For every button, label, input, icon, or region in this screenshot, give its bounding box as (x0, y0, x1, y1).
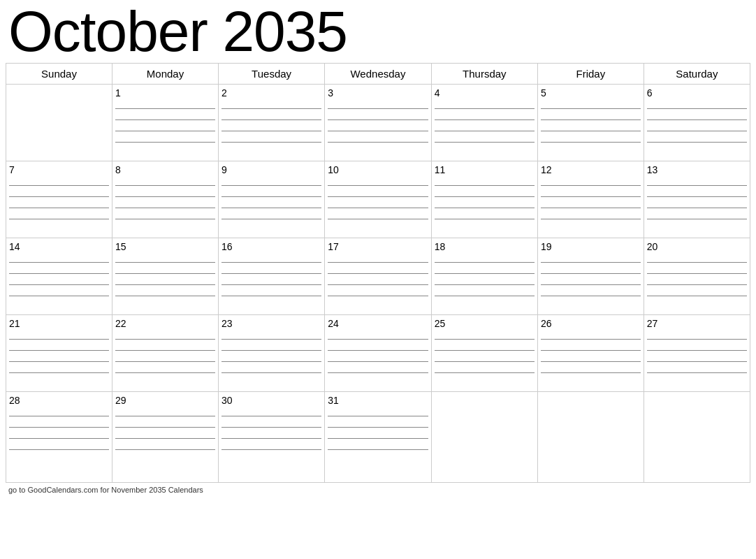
day-number-15: 15 (115, 241, 215, 252)
day-number-31: 31 (328, 395, 428, 406)
day-number-17: 17 (328, 241, 428, 252)
write-line (647, 196, 747, 197)
day-cell-22: 22 (112, 315, 219, 392)
write-line (221, 142, 321, 143)
day-number-19: 19 (541, 241, 641, 252)
day-cell-3: 3 (325, 85, 432, 161)
day-cell-15: 15 (112, 238, 219, 315)
write-line (328, 142, 428, 143)
lines-container-24 (328, 333, 428, 373)
day-number-4: 4 (435, 87, 535, 99)
write-line (541, 119, 641, 120)
day-number-21: 21 (9, 318, 109, 329)
write-line (435, 262, 535, 263)
lines-container-15 (115, 256, 215, 296)
weekday-header-sunday: Sunday (6, 64, 112, 85)
write-line (328, 208, 428, 208)
day-cell-26: 26 (537, 315, 644, 392)
week-row-5: 28293031 (6, 392, 750, 483)
day-cell-25: 25 (431, 315, 537, 392)
calendar-table: SundayMondayTuesdayWednesdayThursdayFrid… (6, 63, 750, 483)
write-line (435, 273, 535, 274)
day-number-16: 16 (221, 241, 321, 252)
write-line (221, 339, 321, 340)
write-line (115, 196, 215, 197)
day-cell-30: 30 (219, 392, 325, 483)
write-line (328, 219, 428, 219)
write-line (647, 361, 747, 362)
day-cell-7: 7 (6, 161, 112, 238)
lines-container-31 (328, 410, 428, 450)
weekday-header-thursday: Thursday (431, 64, 537, 85)
day-cell-13: 13 (644, 161, 750, 238)
write-line (435, 296, 535, 296)
write-line (9, 339, 109, 340)
day-number-10: 10 (328, 164, 428, 175)
write-line (541, 273, 641, 274)
write-line (541, 219, 641, 219)
write-line (328, 416, 428, 416)
write-line (647, 142, 747, 143)
write-line (9, 196, 109, 197)
day-cell-20: 20 (644, 238, 750, 315)
write-line (435, 119, 535, 120)
write-line (647, 119, 747, 120)
day-cell-8: 8 (112, 161, 219, 238)
write-line (9, 449, 109, 450)
write-line (647, 372, 747, 373)
lines-container-17 (328, 256, 428, 296)
day-cell-21: 21 (6, 315, 112, 392)
day-cell-27: 27 (644, 315, 750, 392)
day-number-30: 30 (221, 395, 321, 406)
lines-container-11 (435, 180, 535, 219)
write-line (115, 438, 215, 439)
write-line (115, 108, 215, 109)
day-number-28: 28 (9, 395, 109, 406)
write-line (647, 219, 747, 219)
write-line (115, 350, 215, 351)
lines-container-1 (115, 103, 215, 143)
write-line (541, 108, 641, 109)
write-line (541, 196, 641, 197)
day-cell-17: 17 (325, 238, 432, 315)
write-line (328, 372, 428, 373)
write-line (9, 361, 109, 362)
write-line (328, 438, 428, 439)
write-line (541, 296, 641, 296)
lines-container-6 (647, 103, 747, 143)
day-number-5: 5 (541, 87, 641, 99)
write-line (541, 262, 641, 263)
empty-cell (6, 85, 112, 161)
lines-container-22 (115, 333, 215, 373)
day-cell-4: 4 (431, 85, 537, 161)
day-number-14: 14 (9, 241, 109, 252)
write-line (435, 372, 535, 373)
write-line (9, 284, 109, 285)
day-number-27: 27 (647, 318, 747, 329)
lines-container-14 (9, 256, 109, 296)
write-line (9, 273, 109, 274)
write-line (541, 284, 641, 285)
day-number-3: 3 (328, 87, 428, 99)
lines-container-5 (541, 103, 641, 143)
write-line (221, 296, 321, 296)
write-line (9, 208, 109, 208)
day-cell-23: 23 (219, 315, 325, 392)
write-line (328, 427, 428, 428)
write-line (115, 416, 215, 416)
write-line (328, 339, 428, 340)
write-line (328, 449, 428, 450)
day-number-18: 18 (435, 241, 535, 252)
write-line (435, 284, 535, 285)
weekday-header-friday: Friday (537, 64, 644, 85)
day-cell-11: 11 (431, 161, 537, 238)
day-cell-12: 12 (537, 161, 644, 238)
day-number-1: 1 (115, 87, 215, 99)
write-line (541, 339, 641, 340)
write-line (115, 427, 215, 428)
write-line (221, 438, 321, 439)
day-cell-19: 19 (537, 238, 644, 315)
write-line (9, 438, 109, 439)
write-line (541, 361, 641, 362)
write-line (328, 262, 428, 263)
